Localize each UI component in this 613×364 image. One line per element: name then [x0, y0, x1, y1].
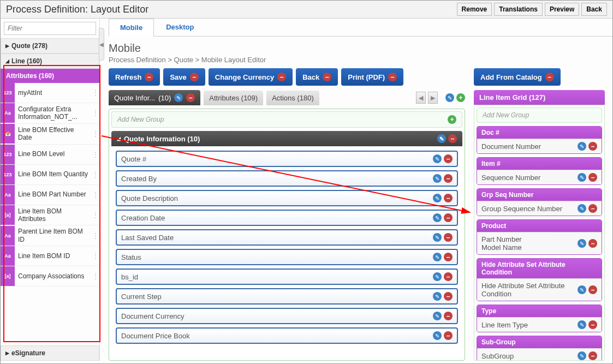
- remove-icon[interactable]: –: [444, 233, 453, 242]
- edit-icon[interactable]: ✎: [578, 173, 586, 182]
- remove-icon[interactable]: –: [444, 272, 453, 281]
- edit-icon[interactable]: ✎: [433, 253, 442, 261]
- drag-handle-icon[interactable]: ⋮⋮: [92, 231, 99, 240]
- edit-icon[interactable]: ✎: [433, 154, 442, 163]
- remove-icon[interactable]: –: [388, 73, 397, 81]
- grid-column-card[interactable]: TypeLine Item Type✎–: [477, 305, 602, 332]
- edit-icon[interactable]: ✎: [433, 233, 442, 242]
- attribute-item[interactable]: 123Line BOM Level⋮⋮: [1, 145, 99, 165]
- grid-column-card[interactable]: Hide Attribute Set Attribute ConditionHi…: [477, 258, 602, 301]
- field-pill[interactable]: Status✎–: [116, 249, 458, 265]
- remove-icon[interactable]: –: [444, 154, 453, 163]
- edit-icon[interactable]: ✎: [437, 134, 446, 143]
- drag-handle-icon[interactable]: ⋮⋮: [92, 129, 99, 138]
- field-pill[interactable]: Document Price Book✎–: [116, 327, 458, 344]
- edit-icon[interactable]: ✎: [578, 239, 586, 248]
- remove-icon[interactable]: –: [588, 239, 597, 248]
- tab-mobile[interactable]: Mobile: [109, 19, 154, 37]
- filter-input[interactable]: [4, 22, 96, 35]
- grid-column-card[interactable]: ProductPart NumberModel Name✎–: [477, 219, 602, 255]
- remove-icon[interactable]: –: [448, 134, 457, 143]
- drag-handle-icon[interactable]: ⋮⋮: [92, 211, 99, 219]
- scroll-right-icon[interactable]: ▶: [428, 92, 438, 104]
- drag-handle-icon[interactable]: ⋮⋮: [92, 88, 99, 97]
- edit-icon[interactable]: ✎: [433, 174, 442, 183]
- edit-icon[interactable]: ✎: [445, 93, 454, 102]
- edit-icon[interactable]: ✎: [578, 285, 586, 294]
- drag-handle-icon[interactable]: ⋮⋮: [92, 252, 99, 260]
- attribute-item[interactable]: AaLine BOM Part Number⋮⋮: [1, 185, 99, 205]
- attribute-item[interactable]: [a]Company Associations⋮⋮: [1, 266, 99, 287]
- tree-node-esignature[interactable]: ▶ eSignature: [1, 345, 99, 361]
- remove-icon[interactable]: –: [323, 73, 331, 81]
- remove-icon[interactable]: –: [277, 73, 286, 81]
- edit-icon[interactable]: ✎: [433, 213, 442, 222]
- edit-icon[interactable]: ✎: [433, 312, 442, 320]
- grid-column-card[interactable]: Item #Sequence Number✎–: [477, 157, 602, 185]
- tabpill-actions[interactable]: Actions (180): [266, 91, 319, 105]
- grid-column-card[interactable]: Sub-GroupSubGroup✎–: [477, 336, 602, 361]
- edit-icon[interactable]: ✎: [578, 142, 586, 151]
- attribute-item[interactable]: 123Line BOM Item Quantity⋮⋮: [1, 165, 99, 185]
- edit-icon[interactable]: ✎: [433, 194, 442, 202]
- field-pill[interactable]: Created By✎–: [116, 170, 458, 187]
- attribute-item[interactable]: 123myAttInt⋮⋮: [1, 83, 99, 103]
- translations-button[interactable]: Translations: [494, 3, 543, 16]
- add-group-input[interactable]: Add New Group +: [111, 111, 462, 128]
- attribute-item[interactable]: AaParent Line Item BOM ID⋮⋮: [1, 225, 99, 246]
- field-pill[interactable]: bs_id✎–: [116, 268, 458, 285]
- remove-icon[interactable]: –: [588, 142, 597, 151]
- add-icon[interactable]: +: [456, 93, 465, 102]
- edit-icon[interactable]: ✎: [433, 331, 442, 340]
- field-pill[interactable]: Quote #✎–: [116, 151, 458, 167]
- edit-icon[interactable]: ✎: [578, 351, 586, 360]
- remove-icon[interactable]: –: [444, 194, 453, 202]
- field-pill[interactable]: Current Step✎–: [116, 288, 458, 305]
- drag-handle-icon[interactable]: ⋮⋮: [92, 272, 99, 281]
- remove-icon[interactable]: –: [444, 213, 453, 222]
- grid-column-card[interactable]: Doc #Document Number✎–: [477, 126, 602, 154]
- back-button[interactable]: Back: [581, 3, 607, 16]
- add-from-catalog-button[interactable]: Add From Catalog –: [474, 68, 561, 86]
- edit-icon[interactable]: ✎: [433, 292, 442, 301]
- remove-icon[interactable]: –: [444, 253, 453, 261]
- refresh-button[interactable]: Refresh–: [109, 68, 160, 86]
- drag-handle-icon[interactable]: ⋮⋮: [92, 150, 99, 159]
- tree-node-quote[interactable]: ▶ Quote (278): [1, 38, 99, 53]
- tab-desktop[interactable]: Desktop: [155, 19, 205, 36]
- remove-icon[interactable]: –: [444, 331, 453, 340]
- section-header-quote-info[interactable]: ◢ Quote Information (10) ✎ –: [111, 131, 462, 146]
- remove-icon[interactable]: –: [444, 292, 453, 301]
- grid-column-card[interactable]: Grp Seq NumberGroup Sequence Number✎–: [477, 188, 602, 216]
- attribute-item[interactable]: [a]Line Item BOM Attributes⋮⋮: [1, 205, 99, 226]
- remove-icon[interactable]: –: [186, 93, 195, 102]
- print-pdf--button[interactable]: Print (PDF)–: [341, 68, 403, 86]
- remove-icon[interactable]: –: [588, 285, 597, 294]
- drag-handle-icon[interactable]: ⋮⋮: [92, 109, 99, 117]
- sidebar-collapse-handle[interactable]: ◀: [99, 28, 104, 61]
- edit-icon[interactable]: ✎: [433, 272, 442, 281]
- edit-icon[interactable]: ✎: [174, 93, 183, 102]
- attribute-item[interactable]: AaConfigurator Extra Information_NOT_...…: [1, 103, 99, 124]
- attribute-item[interactable]: 📅Line BOM Effective Date⋮⋮: [1, 124, 99, 145]
- edit-icon[interactable]: ✎: [578, 320, 586, 329]
- field-pill[interactable]: Last Saved Date✎–: [116, 229, 458, 246]
- remove-icon[interactable]: –: [588, 320, 597, 329]
- attribute-item[interactable]: AaLine Item BOM ID⋮⋮: [1, 246, 99, 266]
- save-button[interactable]: Save–: [163, 68, 205, 86]
- scroll-left-icon[interactable]: ◀: [416, 92, 426, 104]
- field-pill[interactable]: Document Currency✎–: [116, 308, 458, 324]
- remove-icon[interactable]: –: [588, 351, 597, 360]
- preview-button[interactable]: Preview: [545, 3, 579, 16]
- add-icon[interactable]: +: [448, 115, 456, 124]
- remove-icon[interactable]: –: [444, 174, 453, 183]
- tabpill-quote-info[interactable]: Quote Infor... (10) ✎ –: [109, 90, 200, 105]
- change-currency-button[interactable]: Change Currency–: [209, 68, 293, 86]
- edit-icon[interactable]: ✎: [578, 204, 586, 213]
- tree-node-line[interactable]: ◢ Line (160): [1, 53, 99, 69]
- add-group-input[interactable]: Add New Group: [477, 108, 602, 123]
- field-pill[interactable]: Quote Description✎–: [116, 190, 458, 206]
- drag-handle-icon[interactable]: ⋮⋮: [92, 170, 99, 179]
- field-pill[interactable]: Creation Date✎–: [116, 210, 458, 226]
- remove-icon[interactable]: –: [444, 312, 453, 320]
